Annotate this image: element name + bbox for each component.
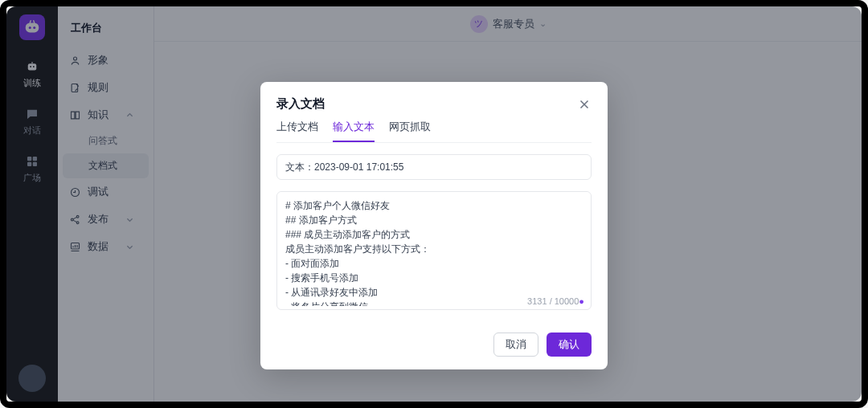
- close-icon[interactable]: [577, 97, 592, 112]
- char-counter: 3131 / 10000●: [522, 296, 584, 306]
- modal-title: 录入文档: [276, 96, 325, 112]
- import-doc-modal: 录入文档 上传文档 输入文本 网页抓取 3131 / 10000● 取消 确认: [260, 82, 608, 369]
- doc-title-input[interactable]: [276, 154, 592, 180]
- confirm-button[interactable]: 确认: [547, 333, 592, 357]
- modal-tabs: 上传文档 输入文本 网页抓取: [276, 120, 592, 143]
- modal-overlay[interactable]: 录入文档 上传文档 输入文本 网页抓取 3131 / 10000● 取消 确认: [6, 6, 862, 402]
- cancel-button[interactable]: 取消: [493, 333, 538, 357]
- content-wrap: 3131 / 10000●: [276, 191, 592, 310]
- counter-dot-icon: ●: [579, 296, 584, 306]
- tab-input-text[interactable]: 输入文本: [333, 120, 375, 142]
- tab-upload[interactable]: 上传文档: [276, 120, 318, 142]
- tab-web-scrape[interactable]: 网页抓取: [389, 120, 431, 142]
- doc-content-textarea[interactable]: [277, 192, 591, 306]
